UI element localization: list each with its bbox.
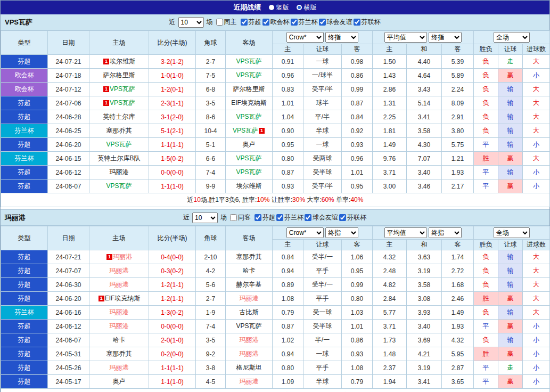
match-date: 24-06-30 — [48, 278, 89, 292]
league-checkbox[interactable] — [305, 214, 311, 221]
avg-draw: 3.40 — [407, 166, 442, 179]
home-team: 奥卢 — [89, 375, 149, 389]
corners: 9-2 — [196, 347, 226, 361]
odds-home: 0.87 — [273, 166, 303, 179]
league-badge: 芬超 — [1, 138, 48, 152]
handicap-result-cell: 赢 — [498, 347, 523, 361]
avg-away: 8.09 — [442, 96, 474, 110]
average-select[interactable]: 平均值 — [384, 227, 427, 238]
league-badge: 芬超 — [1, 375, 48, 389]
view-option-vertical[interactable]: 竖版 — [269, 3, 289, 12]
result-cell: 负 — [474, 69, 498, 83]
league-checkbox[interactable] — [262, 19, 269, 26]
odds-handicap: 受平/半 — [303, 83, 342, 96]
home-team: 1VPS瓦萨 — [89, 83, 149, 96]
avg-home: 1.43 — [373, 69, 407, 83]
odds-away: 0.95 — [342, 264, 373, 278]
page-title: 近期战绩 — [234, 3, 261, 12]
fulltime-select[interactable]: 全场 — [494, 227, 530, 238]
view-option-horizontal[interactable]: 横版 — [297, 3, 317, 12]
league-filter[interactable]: 球会友谊 — [319, 18, 352, 27]
result-cell: 负 — [474, 264, 498, 278]
avg-away: 5.75 — [442, 138, 474, 152]
league-checkbox[interactable] — [255, 214, 261, 221]
league-checkbox[interactable] — [276, 214, 283, 221]
final-odds-select-2[interactable]: 终指 — [429, 32, 462, 43]
section-team-name: VPS瓦萨 — [5, 18, 32, 27]
team-name: 塞那乔其 — [106, 350, 132, 357]
team-name: VPS瓦萨 — [110, 85, 135, 93]
league-badge: 芬超 — [1, 96, 48, 110]
odds-company-select[interactable]: Crow* — [286, 227, 324, 238]
league-checkbox[interactable] — [339, 214, 346, 221]
league-checkbox[interactable] — [291, 19, 298, 26]
league-filter[interactable]: 欧会杯 — [262, 18, 290, 27]
goals-result-cell: 大 — [523, 83, 550, 96]
odds-away: 0.84 — [342, 110, 373, 124]
odds-home: 1.09 — [273, 375, 303, 389]
league-filter[interactable]: 芬超 — [241, 18, 261, 27]
col-avg-home: 主 — [373, 240, 407, 250]
league-badge: 芬超 — [1, 264, 48, 278]
final-odds-select[interactable]: 终指 — [325, 32, 358, 43]
score: 1-2(1-1) — [149, 292, 196, 306]
league-badge: 芬超 — [1, 292, 48, 306]
games-count-select[interactable]: 10 — [178, 17, 204, 28]
team-name: 玛丽港 — [110, 168, 129, 176]
avg-draw: 4.64 — [407, 69, 442, 83]
team-name: 哈卡 — [243, 267, 256, 274]
fulltime-select[interactable]: 全场 — [494, 32, 530, 43]
league-filter-label: 芬联杯 — [362, 18, 381, 27]
league-filter[interactable]: 芬超 — [255, 213, 275, 222]
league-badge: 芬超 — [1, 278, 48, 292]
league-filter[interactable]: 芬联杯 — [339, 213, 366, 222]
fulltime-header: 全场 — [474, 226, 550, 240]
league-filter-label: 球会友谊 — [313, 213, 338, 222]
same-venue-filter[interactable]: 同主 — [216, 18, 237, 27]
league-checkbox[interactable] — [241, 19, 248, 26]
fulltime-header: 全场 — [474, 31, 550, 44]
away-team: 哈卡 — [226, 264, 273, 278]
same-venue-checkbox[interactable] — [230, 214, 237, 221]
same-venue-checkbox[interactable] — [216, 19, 223, 26]
home-team: 玛丽港 — [89, 264, 149, 278]
avg-draw: 3.19 — [407, 361, 442, 375]
league-filter[interactable]: 芬兰杯 — [276, 213, 303, 222]
odds-home: 0.96 — [273, 69, 303, 83]
summary-segment: 大率: — [305, 196, 322, 203]
league-checkbox[interactable] — [354, 19, 360, 26]
team-name: 玛丽港 — [240, 336, 259, 344]
league-filter[interactable]: 芬联杯 — [354, 18, 381, 27]
odds-home: 0.84 — [273, 250, 303, 264]
odds-company-select[interactable]: Crow* — [286, 32, 324, 43]
league-checkbox[interactable] — [319, 19, 326, 26]
final-odds-select[interactable]: 终指 — [325, 227, 358, 238]
avg-away: 4.32 — [442, 333, 474, 347]
goals-result-cell: 大 — [523, 124, 550, 138]
match-row: 欧会杯24-07-121VPS瓦萨1-2(0-1)6-8萨尔格里斯0.83受平/… — [1, 83, 550, 96]
goals-result-cell: 小 — [523, 138, 550, 152]
league-filter-label: 芬兰杯 — [299, 18, 318, 27]
league-badge: 芬超 — [1, 361, 48, 375]
odds-away: 1.01 — [342, 320, 373, 333]
col-home: 主场 — [89, 31, 149, 55]
odds-home: 0.89 — [273, 278, 303, 292]
league-filter[interactable]: 芬兰杯 — [291, 18, 318, 27]
final-odds-select-2[interactable]: 终指 — [429, 227, 462, 238]
avg-draw: 3.19 — [407, 264, 442, 278]
average-select[interactable]: 平均值 — [384, 32, 427, 43]
corners: 5-6 — [196, 278, 226, 292]
league-filter[interactable]: 球会友谊 — [305, 213, 338, 222]
near-label: 近 — [169, 18, 176, 27]
odds-source-header: Crow* 终指 — [273, 226, 373, 240]
games-count-select[interactable]: 10 — [192, 213, 218, 223]
result-cell: 平 — [474, 166, 498, 179]
goals-result-cell: 小 — [523, 333, 550, 347]
avg-away: 1.93 — [442, 320, 474, 333]
avg-home: 1.94 — [373, 375, 407, 389]
avg-away: 2.87 — [442, 361, 474, 375]
corners: 8-6 — [196, 110, 226, 124]
results-body: 芬超24-07-211玛丽港0-4(0-0)2-10塞那乔其0.84受半/一1.… — [1, 250, 550, 389]
same-venue-filter[interactable]: 同客 — [230, 213, 251, 222]
away-team: 赫尔辛基 — [226, 278, 273, 292]
